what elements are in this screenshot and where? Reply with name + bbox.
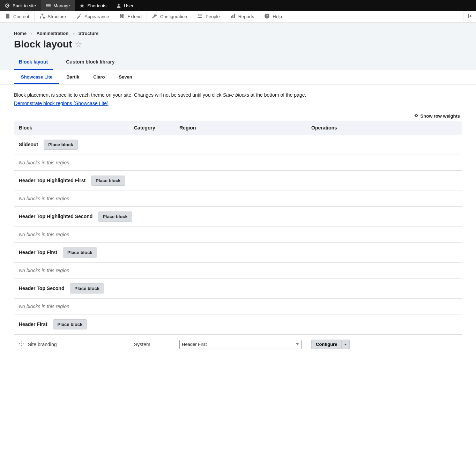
svg-marker-4 [80, 3, 84, 8]
svg-rect-6 [42, 14, 43, 15]
admin-label: Extend [127, 14, 141, 19]
user-icon [116, 3, 121, 8]
tab-block-layout[interactable]: Block layout [14, 55, 53, 70]
empty-row: No blocks in this region [14, 299, 462, 314]
svg-rect-13 [232, 15, 233, 18]
user-menu[interactable]: User [111, 0, 138, 11]
svg-point-11 [200, 14, 202, 16]
svg-rect-2 [46, 5, 51, 6]
admin-label: Appearance [84, 14, 109, 19]
user-label: User [124, 3, 133, 8]
place-block-button[interactable]: Place block [44, 140, 78, 150]
th-block: Block [14, 121, 129, 135]
svg-rect-14 [234, 14, 235, 18]
chevron-down-icon [296, 342, 299, 347]
region-name: Slideout [19, 142, 38, 147]
manage-label: Manage [53, 3, 70, 8]
tab-custom-block-library[interactable]: Custom block library [61, 55, 119, 70]
admin-item-extend[interactable]: Extend [114, 11, 147, 22]
region-row-header-top-first: Header Top First Place block [14, 243, 462, 263]
shortcuts-label: Shortcuts [87, 3, 106, 8]
place-block-button[interactable]: Place block [91, 176, 125, 186]
admin-label: Structure [48, 14, 66, 19]
toolbar-collapse[interactable] [463, 11, 476, 22]
svg-rect-3 [46, 7, 51, 7]
place-block-button[interactable]: Place block [70, 283, 104, 294]
region-name: Header Top Second [19, 285, 64, 291]
theme-tab-claro[interactable]: Claro [86, 70, 112, 84]
svg-rect-12 [231, 16, 232, 18]
breadcrumb: Home › Administration › Structure [14, 31, 462, 36]
region-row-header-top-highlighted-second: Header Top Highlighted Second Place bloc… [14, 207, 462, 227]
star-icon [80, 3, 84, 8]
no-blocks-msg: No blocks in this region [14, 227, 462, 243]
empty-row: No blocks in this region [14, 155, 462, 171]
file-icon [5, 13, 10, 20]
admin-menu: Content Structure Appearance Extend Conf… [0, 11, 476, 22]
arrow-left-icon [5, 3, 10, 8]
back-to-site-label: Back to site [13, 3, 36, 8]
chevron-right-icon: › [73, 31, 74, 36]
admin-item-structure[interactable]: Structure [35, 11, 72, 22]
place-block-button[interactable]: Place block [98, 211, 132, 222]
no-blocks-msg: No blocks in this region [14, 263, 462, 279]
svg-rect-17 [468, 14, 469, 18]
th-operations: Operations [306, 121, 462, 135]
theme-tab-seven[interactable]: Seven [112, 70, 139, 84]
operations-dropdown-toggle[interactable] [342, 340, 350, 349]
star-outline-icon[interactable] [75, 39, 82, 50]
chevron-right-icon: › [31, 31, 32, 36]
wand-icon [76, 13, 82, 20]
page-title: Block layout [14, 39, 462, 50]
admin-item-appearance[interactable]: Appearance [71, 11, 114, 22]
breadcrumb-home[interactable]: Home [14, 31, 27, 36]
chevron-down-icon [344, 343, 347, 346]
demonstrate-regions-link[interactable]: Demonstrate block regions (Showcase Lite… [14, 101, 109, 106]
page-title-text: Block layout [14, 39, 72, 50]
svg-point-0 [5, 3, 9, 8]
intro-text: Block placement is specific to each them… [14, 92, 462, 98]
admin-label: Help [273, 14, 282, 19]
operations-dropbutton: Configure [311, 340, 457, 349]
primary-tabs: Block layout Custom block library [14, 55, 462, 70]
theme-tab-showcase-lite[interactable]: Showcase Lite [14, 70, 59, 84]
admin-label: Content [13, 14, 29, 19]
admin-label: Reports [238, 14, 254, 19]
shortcuts-button[interactable]: Shortcuts [75, 0, 111, 11]
configure-button[interactable]: Configure [311, 340, 342, 349]
show-row-weights-label: Show row weights [421, 113, 460, 119]
admin-item-reports[interactable]: Reports [225, 11, 260, 22]
puzzle-icon [119, 13, 125, 20]
th-region: Region [174, 121, 306, 135]
place-block-button[interactable]: Place block [63, 247, 97, 258]
eye-icon [414, 113, 418, 119]
toolbar-top: Back to site Manage Shortcuts User [0, 0, 476, 11]
svg-rect-8 [43, 17, 45, 18]
show-row-weights-toggle[interactable]: Show row weights [414, 113, 460, 119]
admin-item-help[interactable]: ? Help [259, 11, 287, 22]
block-category: System [129, 335, 174, 354]
svg-point-10 [198, 14, 200, 16]
breadcrumb-administration[interactable]: Administration [36, 31, 68, 36]
drag-handle-icon[interactable] [19, 341, 24, 347]
theme-tab-bartik[interactable]: Bartik [59, 70, 86, 84]
admin-item-people[interactable]: People [192, 11, 225, 22]
region-select[interactable]: Header First [179, 340, 302, 349]
admin-item-content[interactable]: Content [0, 11, 35, 22]
region-name: Header Top Highlighted Second [19, 214, 92, 219]
svg-point-9 [80, 14, 81, 15]
block-row-site-branding: Site branding System Header First Config… [14, 335, 462, 354]
admin-item-configuration[interactable]: Configuration [147, 11, 192, 22]
th-category: Category [129, 121, 174, 135]
no-blocks-msg: No blocks in this region [14, 299, 462, 314]
back-to-site[interactable]: Back to site [0, 0, 41, 11]
manage-toggle[interactable]: Manage [41, 0, 75, 11]
no-blocks-msg: No blocks in this region [14, 191, 462, 207]
region-name: Header Top First [19, 250, 57, 255]
place-block-button[interactable]: Place block [53, 319, 87, 329]
sitemap-icon [39, 13, 45, 20]
region-row-header-first: Header First Place block [14, 314, 462, 335]
admin-label: Configuration [160, 14, 187, 19]
breadcrumb-structure[interactable]: Structure [79, 31, 99, 36]
region-name: Header First [19, 321, 47, 327]
